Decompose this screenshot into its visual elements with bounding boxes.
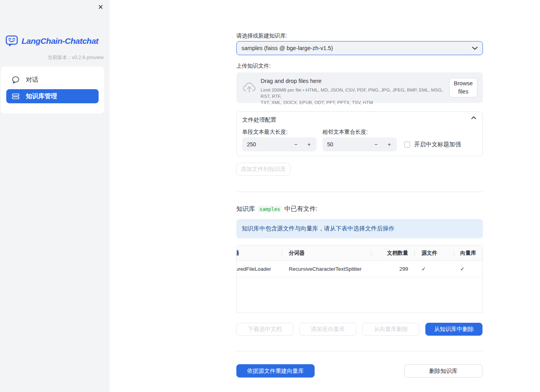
zh-title-enhance-checkbox-row[interactable]: 开启中文标题加强 [404, 141, 461, 148]
limit-line-1: Limit 200MB per file • HTML, MD, JSON, C… [261, 87, 443, 99]
chunk-size-label: 单段文本最大长度: [242, 129, 288, 136]
cell-doc-count: 299 [371, 261, 414, 277]
kb-actions-row: 依据源文件重建向量库 删除知识库 [236, 364, 483, 378]
chunk-size-value: 250 [247, 141, 256, 147]
sidebar-item-chat[interactable]: 对话 [6, 73, 99, 87]
checkbox-unchecked-icon[interactable] [404, 142, 410, 147]
logo-smiley-bubble-icon [5, 34, 18, 47]
delete-kb-button[interactable]: 删除知识库 [404, 364, 482, 378]
dropzone-title: Drag and drop files here [261, 78, 448, 84]
sidebar-menu: 对话 知识库管理 [1, 67, 104, 113]
table-row[interactable]: uredFileLoader RecursiveCharacterTextSpl… [237, 261, 482, 277]
cell-vector-store-check: ✓ [454, 261, 483, 277]
zh-title-enhance-label: 开启中文标题加强 [414, 141, 461, 148]
overlap-plus-button[interactable]: + [387, 141, 392, 147]
kb-files-heading: 知识库 samples 中已有文件: [236, 205, 317, 213]
divider [236, 351, 483, 351]
sidebar-item-kb-management[interactable]: 知识库管理 [6, 89, 99, 103]
rebuild-vector-store-button[interactable]: 依据源文件重建向量库 [236, 364, 315, 378]
sidebar-item-label: 对话 [26, 76, 38, 84]
divider [236, 192, 483, 192]
limit-line-2: TXT, XML, DOCX, EPUB, ODT, PPT, PPTX, TS… [261, 100, 373, 105]
table-header-row: 器 分词器 文档数量 源文件 向量库 [237, 246, 482, 261]
delete-from-kb-button[interactable]: 从知识库中删除 [425, 323, 482, 336]
cloud-upload-icon [243, 82, 256, 93]
col-source-file-header: 源文件 [414, 246, 454, 260]
version-label: 当前版本： [47, 55, 72, 60]
heading-suffix: 中已有文件: [284, 205, 317, 213]
col-loader-header: 器 [237, 246, 281, 260]
add-files-to-kb-button[interactable]: 添加文件到知识库 [236, 163, 290, 176]
chevron-down-icon [472, 47, 478, 50]
download-selected-button[interactable]: 下载选中文档 [236, 323, 293, 336]
header-separator [454, 250, 454, 256]
col-doc-count-header: 文档数量 [371, 246, 414, 260]
overlap-size-label: 相邻文本重合长度: [322, 129, 368, 136]
delete-from-vector-store-button[interactable]: 从向量库删除 [362, 323, 419, 336]
chat-bubble-icon [12, 76, 20, 84]
sidebar-item-label: 知识库管理 [26, 92, 57, 101]
browse-files-button[interactable]: Browse files [449, 78, 477, 97]
chunk-minus-button[interactable]: − [293, 141, 299, 147]
dropzone-text: Drag and drop files here Limit 200MB per… [261, 78, 448, 106]
expander-title[interactable]: 文件处理配置 [242, 116, 276, 124]
kb-select-label: 请选择或新建知识库: [236, 32, 287, 40]
cell-source-file-check: ✓ [414, 261, 454, 277]
file-dropzone[interactable]: Drag and drop files here Limit 200MB per… [236, 72, 483, 103]
kb-select-value: samples (faiss @ bge-large-zh-v1.5) [241, 45, 333, 51]
kb-files-table[interactable]: 器 分词器 文档数量 源文件 向量库 uredFileLoader Recurs… [236, 245, 483, 313]
main-content: 请选择或新建知识库: samples (faiss @ bge-large-zh… [236, 0, 483, 392]
col-splitter-header: 分词器 [282, 246, 371, 260]
info-banner: 知识库中包含源文件与向量库，请从下表中选择文件后操作 [236, 219, 483, 238]
heading-prefix: 知识库 [236, 205, 255, 213]
file-actions-row: 下载选中文档 添加至向量库 从向量库删除 从知识库中删除 [236, 323, 483, 336]
version-value: v0.2.6-preview [72, 55, 104, 60]
chunk-size-input[interactable]: 250 − + [242, 137, 317, 151]
cell-loader: uredFileLoader [237, 261, 281, 277]
chunk-plus-button[interactable]: + [306, 141, 312, 147]
kb-name-code: samples [258, 206, 282, 212]
app-title: LangChain-Chatchat [22, 36, 98, 46]
version-text: 当前版本：v0.2.6-preview [47, 54, 104, 61]
app-logo: LangChain-Chatchat [5, 34, 98, 47]
file-config-expander: 文件处理配置 单段文本最大长度: 相邻文本重合长度: 250 − + 50 − … [236, 111, 483, 156]
sidebar: ✕ LangChain-Chatchat 当前版本：v0.2.6-preview [0, 0, 110, 392]
cell-splitter: RecursiveCharacterTextSplitter [282, 261, 371, 277]
info-text: 知识库中包含源文件与向量库，请从下表中选择文件后操作 [242, 225, 394, 232]
kb-select[interactable]: samples (faiss @ bge-large-zh-v1.5) [236, 41, 483, 55]
header-separator [371, 250, 371, 256]
dropzone-limit-text: Limit 200MB per file • HTML, MD, JSON, C… [261, 87, 448, 106]
chevron-up-icon[interactable] [471, 116, 476, 119]
header-separator [282, 250, 282, 256]
header-separator [414, 250, 415, 256]
add-to-vector-store-button[interactable]: 添加至向量库 [299, 323, 356, 336]
upload-label: 上传知识文件: [236, 63, 271, 70]
stacked-bars-icon [12, 92, 20, 100]
overlap-size-value: 50 [327, 141, 333, 147]
col-vector-store-header: 向量库 [454, 246, 483, 260]
overlap-size-input[interactable]: 50 − + [322, 137, 397, 151]
close-sidebar-icon[interactable]: ✕ [96, 3, 105, 12]
overlap-minus-button[interactable]: − [373, 141, 379, 147]
